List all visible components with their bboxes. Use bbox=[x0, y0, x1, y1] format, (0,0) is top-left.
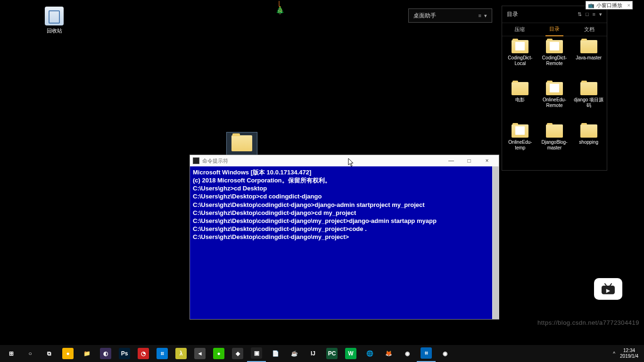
intellij-icon: IJ bbox=[307, 348, 319, 359]
recycle-bin[interactable]: 回收站 bbox=[38, 7, 71, 34]
dir-menu-icon[interactable]: ≡ bbox=[593, 11, 595, 17]
cmd-scrollbar[interactable] bbox=[492, 166, 499, 319]
folder-item[interactable]: CodingDict-Remote bbox=[538, 40, 571, 80]
pycharm-icon: PC bbox=[326, 348, 338, 359]
cmd-line: C:\Users\ghz\Desktop\codingdict-django>c… bbox=[193, 209, 496, 217]
folder-item[interactable]: CodingDict-Local bbox=[504, 40, 537, 80]
bilibili-fab[interactable] bbox=[594, 278, 622, 300]
taskbar-cortana[interactable]: ○ bbox=[21, 345, 40, 362]
taskbar-photoshop[interactable]: Ps bbox=[115, 345, 134, 362]
taskbar-vscode1[interactable]: ⌗ bbox=[153, 345, 172, 362]
minimize-button[interactable]: — bbox=[442, 156, 460, 166]
wechat-icon: ● bbox=[213, 348, 224, 359]
cmd-body[interactable]: Microsoft Windows [版本 10.0.17134.472] (c… bbox=[190, 166, 499, 319]
cmd-line: C:\Users\ghz>cd Desktop bbox=[193, 184, 496, 192]
recycle-bin-icon bbox=[45, 7, 64, 25]
taskbar-sublime[interactable]: ◄ bbox=[190, 345, 209, 362]
folder-item[interactable]: DjangoBlog-master bbox=[538, 124, 571, 165]
folder-item[interactable]: shopping bbox=[572, 124, 605, 165]
taskbar-firefox[interactable]: 🦊 bbox=[379, 345, 398, 362]
vscode2-icon: ⌗ bbox=[421, 347, 432, 359]
folder-item[interactable]: Java-master bbox=[572, 40, 605, 80]
tv-icon: 📺 bbox=[588, 2, 594, 8]
folder-icon bbox=[512, 82, 528, 95]
start-icon: ⊞ bbox=[6, 348, 17, 359]
directory-title: 目录 bbox=[507, 10, 518, 18]
cmd-line: C:\Users\ghz\Desktop\codingdict-django\m… bbox=[193, 217, 496, 225]
globe-icon: 🌐 bbox=[364, 348, 375, 359]
taskbar-app-dark[interactable]: ◆ bbox=[228, 345, 247, 362]
taskbar-pycharm[interactable]: PC bbox=[322, 345, 341, 362]
taskbar-taskview[interactable]: ⧉ bbox=[40, 345, 58, 362]
helper-bar-icons: ≡ ▾ bbox=[479, 13, 487, 19]
folder-icon bbox=[580, 82, 597, 95]
folder-item[interactable]: OnlineEdu-temp bbox=[504, 124, 537, 165]
tab-compress[interactable]: 压缩 bbox=[511, 23, 528, 36]
taskbar-chrome2[interactable]: ◉ bbox=[436, 345, 454, 362]
folder-icon bbox=[580, 124, 597, 138]
clock-date: 2019/1/4 bbox=[620, 354, 638, 359]
helper-dropdown-icon[interactable]: ▾ bbox=[484, 13, 487, 19]
webstorm-icon: W bbox=[345, 348, 356, 359]
taskbar-notepadpp[interactable]: 📄 bbox=[266, 345, 285, 362]
folder-icon bbox=[580, 40, 597, 53]
folder-icon bbox=[546, 124, 563, 138]
helper-bar-label: 桌面助手 bbox=[413, 12, 436, 20]
taskbar-webstorm[interactable]: W bbox=[341, 345, 360, 362]
taskbar: ⊞○⧉●📁◐Ps◔⌗λ◄●◆▣📄☕IJPCW🌐🦊◉⌗◉ ^ 12:34 2019… bbox=[0, 345, 644, 362]
folder-icon bbox=[546, 82, 563, 95]
firefox-icon: 🦊 bbox=[383, 348, 394, 359]
folder-icon bbox=[546, 40, 563, 53]
tab-archive[interactable]: 文档 bbox=[580, 23, 598, 36]
cmd-line: Microsoft Windows [版本 10.0.17134.472] bbox=[193, 168, 496, 176]
taskbar-clock[interactable]: 12:34 2019/1/4 bbox=[620, 348, 638, 359]
taskview-icon: ⧉ bbox=[43, 348, 55, 359]
directory-tabs: 压缩 目录 文档 bbox=[502, 23, 607, 36]
folder-item[interactable]: django 项目源码 bbox=[572, 82, 605, 122]
cmd-titlebar[interactable]: 命令提示符 — □ × bbox=[190, 155, 499, 166]
dir-dropdown-icon[interactable]: ▾ bbox=[599, 11, 602, 17]
taskbar-intellij[interactable]: IJ bbox=[304, 345, 322, 362]
taskbar-app-red[interactable]: ◔ bbox=[134, 345, 153, 362]
app-red-icon: ◔ bbox=[138, 348, 149, 359]
taskbar-start[interactable]: ⊞ bbox=[2, 345, 21, 362]
taskbar-java[interactable]: ☕ bbox=[285, 345, 304, 362]
command-prompt-window: 命令提示符 — □ × Microsoft Windows [版本 10.0.1… bbox=[190, 155, 499, 320]
cmd-icon: ▣ bbox=[251, 347, 262, 359]
helper-menu-icon[interactable]: ≡ bbox=[479, 13, 481, 18]
maximize-button[interactable]: □ bbox=[460, 156, 478, 166]
tab-directory[interactable]: 目录 bbox=[545, 23, 563, 36]
chrome1-icon: ◉ bbox=[402, 348, 413, 359]
folder-icon bbox=[512, 124, 528, 138]
folder-icon bbox=[231, 135, 252, 151]
mini-player-close[interactable]: × bbox=[627, 2, 630, 8]
cmd-title: 命令提示符 bbox=[202, 157, 228, 165]
close-button[interactable]: × bbox=[478, 156, 496, 166]
taskbar-chrome1[interactable]: ◉ bbox=[398, 345, 417, 362]
taskbar-globe[interactable]: 🌐 bbox=[360, 345, 379, 362]
taskbar-eclipse[interactable]: ◐ bbox=[96, 345, 115, 362]
photoshop-icon: Ps bbox=[119, 348, 130, 359]
desktop: 回收站 桌面助手 ≡ ▾ 目录 ⇅ □ ≡ ▾ 压缩 目录 文档 Codi bbox=[0, 0, 644, 345]
mini-player-pill[interactable]: 📺 小窗口播放 × bbox=[586, 1, 633, 9]
folder-item[interactable]: OnlineEdu-Remote bbox=[538, 82, 571, 122]
folder-icon bbox=[512, 40, 528, 53]
folder-item[interactable]: 电影 bbox=[504, 82, 537, 122]
recycle-bin-label: 回收站 bbox=[38, 27, 71, 34]
taskbar-vscode2[interactable]: ⌗ bbox=[417, 345, 436, 362]
dir-view-icon[interactable]: □ bbox=[586, 11, 589, 17]
taskbar-wechat[interactable]: ● bbox=[209, 345, 228, 362]
notepadpp-icon: 📄 bbox=[270, 348, 281, 359]
taskbar-explorer[interactable]: 📁 bbox=[77, 345, 96, 362]
taskbar-cmd[interactable]: ▣ bbox=[247, 345, 266, 362]
scrollbar-thumb[interactable] bbox=[493, 166, 498, 319]
taskbar-360[interactable]: ● bbox=[58, 345, 77, 362]
desktop-helper-bar[interactable]: 桌面助手 ≡ ▾ bbox=[408, 8, 492, 23]
chrome2-icon: ◉ bbox=[439, 348, 451, 359]
tray-up-icon[interactable]: ^ bbox=[613, 351, 615, 356]
system-tray: ^ 12:34 2019/1/4 bbox=[613, 348, 642, 359]
cmd-line: C:\Users\ghz\Desktop>cd codingdict-djang… bbox=[193, 192, 496, 200]
dir-sort-icon[interactable]: ⇅ bbox=[578, 11, 582, 17]
taskbar-lambda[interactable]: λ bbox=[172, 345, 190, 362]
sublime-icon: ◄ bbox=[194, 348, 206, 359]
